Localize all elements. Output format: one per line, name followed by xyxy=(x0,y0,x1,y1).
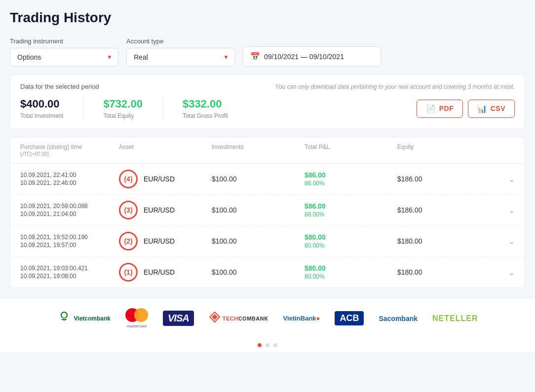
table-row: 10.09.2021, 19:52:00.190 10.09.2021, 19:… xyxy=(10,226,525,257)
badge-cell-4: (1) EUR/USD xyxy=(119,263,212,282)
export-buttons: 📄 PDF 📊 CSV xyxy=(417,100,515,118)
asset-name-3: EUR/USD xyxy=(144,237,175,245)
investment-2: $100.00 xyxy=(212,206,305,214)
carousel-dots xyxy=(0,338,535,352)
investment-3: $100.00 xyxy=(212,237,305,245)
investment-4: $100.00 xyxy=(212,268,305,276)
round-badge-2: (2) xyxy=(119,232,138,250)
col-asset: Asset xyxy=(119,143,212,157)
round-badge-1: (1) xyxy=(119,263,138,282)
csv-icon: 📊 xyxy=(477,104,488,113)
account-filter-group: Account type Real Demo ▼ xyxy=(126,37,235,67)
csv-export-button[interactable]: 📊 CSV xyxy=(468,100,515,118)
stat-equity: $732.00 Total Equity xyxy=(103,98,143,119)
pnl-percent-3: 80.00% xyxy=(305,242,397,249)
asset-name-2: EUR/USD xyxy=(144,206,175,214)
logo-vietinbank: VietinBank● xyxy=(283,315,320,322)
logo-neteller: NETELLER xyxy=(432,314,478,323)
account-select-wrapper: Real Demo ▼ xyxy=(126,48,235,67)
pdf-export-button[interactable]: 📄 PDF xyxy=(417,100,463,118)
stats-row: $400.00 Total Investment $732.00 Total E… xyxy=(20,96,515,121)
pnl-percent-4: 80.00% xyxy=(305,273,397,280)
round-badge-3: (3) xyxy=(119,201,138,219)
investment-label: Total Investment xyxy=(20,112,63,119)
time-close-2: 10.09.2021, 21:04:00 xyxy=(20,211,119,217)
gross-profit-label: Total Gross Profit xyxy=(183,112,228,119)
col-expand xyxy=(490,143,515,157)
table-header: Purchase (closing) timeUTC(+07:00) Asset… xyxy=(10,138,525,164)
pnl-value-4: $80.00 xyxy=(305,264,397,272)
table-row: 10.09.2021, 22:41:00 10.09.2021, 22:46:0… xyxy=(10,164,525,195)
logo-mastercard: mastercard xyxy=(125,308,148,328)
expand-row-1[interactable]: ⌄ xyxy=(490,175,515,184)
equity-label: Total Equity xyxy=(103,112,143,119)
pnl-percent-2: 86.00% xyxy=(305,211,397,218)
equity-value-2: $186.00 xyxy=(397,206,490,214)
expand-row-4[interactable]: ⌄ xyxy=(490,268,515,277)
time-close-1: 10.09.2021, 22:46:00 xyxy=(20,179,119,186)
account-select[interactable]: Real Demo xyxy=(126,48,235,67)
pdf-label: PDF xyxy=(439,105,454,112)
data-period-bar: Data for the selected period You can onl… xyxy=(10,74,525,129)
vietcombank-icon xyxy=(57,310,71,327)
pnl-cell-2: $86.00 86.00% xyxy=(305,202,397,218)
pnl-value-2: $86.00 xyxy=(305,202,397,210)
page-container: Trading History Trading instrument Optio… xyxy=(0,0,535,392)
col-pnl: Total P&L xyxy=(305,143,397,157)
logo-visa: VISA xyxy=(163,311,194,326)
time-open-3: 10.09.2021, 19:52:00.190 xyxy=(20,234,119,241)
table-row: 10.09.2021, 19:03:00.421 10.09.2021, 19:… xyxy=(10,257,525,287)
equity-value: $732.00 xyxy=(103,98,143,110)
pnl-cell-3: $80.00 80.00% xyxy=(305,233,397,249)
filters-row: Trading instrument Options Forex Crypto … xyxy=(10,37,525,67)
table-row: 10.09.2021, 20:59:00.088 10.09.2021, 21:… xyxy=(10,195,525,226)
instrument-select-wrapper: Options Forex Crypto Stocks ▼ xyxy=(10,48,118,67)
dot-2[interactable] xyxy=(266,343,269,347)
sacombank-label: Sacombank xyxy=(379,315,418,322)
techcombank-icon xyxy=(209,311,221,325)
time-cell-3: 10.09.2021, 19:52:00.190 10.09.2021, 19:… xyxy=(20,234,119,249)
investment-value: $400.00 xyxy=(20,98,63,110)
stat-divider-1 xyxy=(83,96,83,121)
pnl-cell-1: $86.00 86.00% xyxy=(305,171,397,187)
logo-acb: ACB xyxy=(335,311,364,325)
period-note-label: Data for the selected period xyxy=(20,83,99,90)
equity-value-1: $186.00 xyxy=(397,175,490,183)
trading-table: Purchase (closing) timeUTC(+07:00) Asset… xyxy=(10,137,525,288)
time-open-4: 10.09.2021, 19:03:00.421 xyxy=(20,265,119,272)
vietinbank-label: VietinBank● xyxy=(283,315,320,322)
main-content: Trading History Trading instrument Optio… xyxy=(0,0,535,288)
stat-divider-2 xyxy=(162,96,163,121)
round-badge-4: (4) xyxy=(119,170,138,188)
footer-logos: Vietcombank mastercard VISA TECHCOMBANK xyxy=(0,298,535,338)
stat-gross-profit: $332.00 Total Gross Profit xyxy=(183,98,228,119)
techcombank-label: TECHCOMBANK xyxy=(223,316,268,321)
dot-3[interactable] xyxy=(273,343,277,347)
mastercard-circles xyxy=(125,308,148,322)
mastercard-label: mastercard xyxy=(127,324,147,328)
account-label: Account type xyxy=(126,37,235,45)
date-range-text: 09/10/2021 — 09/10/2021 xyxy=(264,53,344,61)
expand-row-3[interactable]: ⌄ xyxy=(490,237,515,246)
badge-cell-1: (4) EUR/USD xyxy=(119,170,212,188)
pnl-value-3: $80.00 xyxy=(305,233,397,241)
stat-investment: $400.00 Total Investment xyxy=(20,98,63,119)
acb-label: ACB xyxy=(335,311,364,325)
instrument-label: Trading instrument xyxy=(10,37,118,45)
expand-row-2[interactable]: ⌄ xyxy=(490,206,515,215)
vietcombank-label: Vietcombank xyxy=(74,315,111,322)
date-picker[interactable]: 📅 09/10/2021 — 09/10/2021 xyxy=(243,46,381,67)
asset-name-4: EUR/USD xyxy=(144,268,175,276)
badge-cell-3: (2) EUR/USD xyxy=(119,232,212,250)
csv-label: CSV xyxy=(491,105,505,112)
instrument-select[interactable]: Options Forex Crypto Stocks xyxy=(10,48,118,67)
col-time: Purchase (closing) timeUTC(+07:00) xyxy=(20,143,119,157)
pnl-percent-1: 86.00% xyxy=(305,180,397,187)
visa-label: VISA xyxy=(163,311,194,326)
download-note: You can only download data pertaining to… xyxy=(275,83,515,90)
dot-1[interactable] xyxy=(258,343,262,347)
logo-vietcombank: Vietcombank xyxy=(57,310,111,327)
col-equity: Equity xyxy=(397,143,490,157)
svg-marker-2 xyxy=(212,314,218,320)
asset-name-1: EUR/USD xyxy=(144,175,175,183)
